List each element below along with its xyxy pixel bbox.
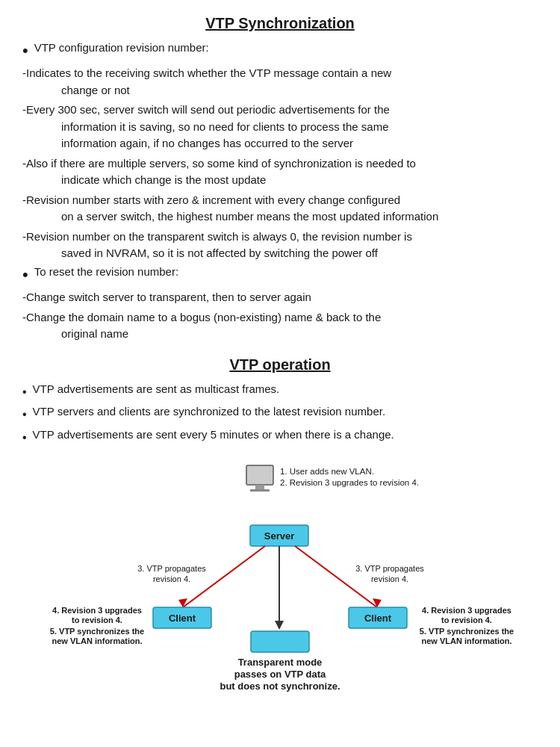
dash-block-7: -Change the domain name to a bogus (non-…	[22, 309, 538, 343]
bullet-2: • To reset the revision number:	[22, 265, 538, 285]
vtp-diagram: 1. User adds new VLAN. 2. Revision 3 upg…	[22, 458, 538, 704]
dash-indent-1: change or not	[61, 84, 130, 96]
transparent-3: but does not synchronize.	[220, 681, 340, 692]
op-bullet-2: • VTP servers and clients are synchroniz…	[22, 405, 538, 423]
svg-line-6	[295, 546, 377, 607]
client2-label: Client	[364, 613, 392, 624]
left-rev-2: to revision 4.	[72, 616, 122, 624]
dash-block-5: -Revision number on the transparent swit…	[22, 229, 538, 262]
left-rev-1: 4. Revision 3 upgrades	[52, 606, 142, 615]
diagram-note1: 1. User adds new VLAN.	[280, 467, 374, 476]
dash-main-2: -Every 300 sec, server switch will send …	[22, 103, 390, 116]
bullet-1: • VTP configuration revision number:	[22, 41, 538, 61]
op-text-2: VTP servers and clients are synchronized…	[33, 405, 385, 418]
diagram-note2: 2. Revision 3 upgrades to revision 4.	[280, 478, 419, 487]
left-prop-label2: revision 4.	[153, 574, 190, 583]
dash-main-3: -Also if there are multiple servers, so …	[22, 157, 416, 170]
dash-indent-4: on a server switch, the highest number m…	[61, 210, 438, 223]
bullet-text-1: VTP configuration revision number:	[34, 41, 209, 54]
right-rev-1: 4. Revision 3 upgrades	[422, 606, 511, 615]
client1-label: Client	[169, 613, 196, 624]
svg-line-4	[183, 546, 265, 607]
op-dot-3: •	[22, 430, 27, 446]
section-title-2: VTP operation	[22, 356, 538, 374]
dash-indent-3: indicate which change is the most update	[61, 173, 266, 186]
dash-main-4: -Revision number starts with zero & incr…	[22, 193, 400, 206]
svg-rect-1	[255, 485, 264, 489]
dash-block-2: -Every 300 sec, server switch will send …	[22, 102, 538, 152]
dash-text-6: -Change switch server to transparent, th…	[22, 291, 311, 303]
svg-marker-5	[178, 598, 187, 607]
transparent-2: passes on VTP data	[234, 669, 326, 680]
op-bullet-1: • VTP advertisements are sent as multica…	[22, 382, 538, 400]
op-text-1: VTP advertisements are sent as multicast…	[33, 382, 280, 395]
op-dot-1: •	[22, 384, 27, 400]
bullet-text-2: To reset the revision number:	[34, 265, 178, 278]
right-prop-label2: revision 4.	[371, 574, 408, 583]
svg-rect-12	[251, 631, 309, 652]
dash-main-7: -Change the domain name to a bogus (non-…	[22, 311, 381, 323]
svg-rect-0	[246, 465, 273, 485]
left-sync-2: new VLAN information.	[52, 636, 143, 645]
dash-indent-2b: information again, if no changes has occ…	[61, 137, 353, 149]
dash-main-5: -Revision number on the transparent swit…	[22, 230, 412, 243]
server-label: Server	[264, 530, 294, 542]
svg-marker-7	[373, 598, 382, 607]
bullet-dot-1: •	[22, 41, 28, 61]
dash-indent-2: information it is saving, so no need for…	[61, 120, 389, 133]
op-dot-2: •	[22, 406, 27, 423]
right-rev-2: to revision 4.	[441, 616, 492, 624]
dash-block-4: -Revision number starts with zero & incr…	[22, 192, 538, 226]
svg-rect-2	[250, 489, 270, 492]
dash-block-3: -Also if there are multiple servers, so …	[22, 155, 538, 189]
dash-main-1: -Indicates to the receiving switch wheth…	[22, 66, 391, 79]
right-prop-label: 3. VTP propagates	[355, 564, 424, 573]
right-sync-2: new VLAN information.	[422, 636, 512, 645]
dash-indent-7: original name	[61, 327, 128, 340]
dash-block-1: -Indicates to the receiving switch wheth…	[22, 65, 538, 99]
page-title: VTP Synchronization	[22, 15, 538, 32]
op-bullet-3: • VTP advertisements are sent every 5 mi…	[22, 428, 538, 446]
bullet-dot-2: •	[22, 265, 28, 285]
svg-marker-9	[275, 621, 284, 630]
left-sync-1: 5. VTP synchronizes the	[50, 627, 144, 636]
transparent-1: Transparent mode	[238, 657, 323, 668]
op-text-3: VTP advertisements are sent every 5 minu…	[33, 428, 394, 441]
dash-indent-5: saved in NVRAM, so it is not affected by…	[61, 247, 378, 259]
left-prop-label: 3. VTP propagates	[137, 564, 206, 573]
right-sync-1: 5. VTP synchronizes the	[420, 627, 514, 636]
dash-block-6: -Change switch server to transparent, th…	[22, 289, 538, 306]
